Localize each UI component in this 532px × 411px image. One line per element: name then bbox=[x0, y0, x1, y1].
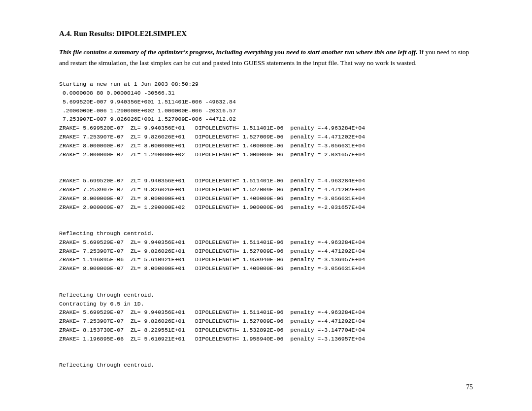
page-container: A.4. Run Results: DIPOLE2I.SIMPLEX This … bbox=[0, 0, 532, 411]
preformatted-block: Starting a new run at 1 Jun 2003 08:50:2… bbox=[59, 80, 473, 370]
section-heading: A.4. Run Results: DIPOLE2I.SIMPLEX bbox=[59, 30, 473, 38]
page-number: 75 bbox=[466, 383, 473, 391]
intro-paragraph: This file contains a summary of the opti… bbox=[59, 47, 473, 68]
intro-bold-italic: This file contains a summary of the opti… bbox=[59, 48, 418, 56]
